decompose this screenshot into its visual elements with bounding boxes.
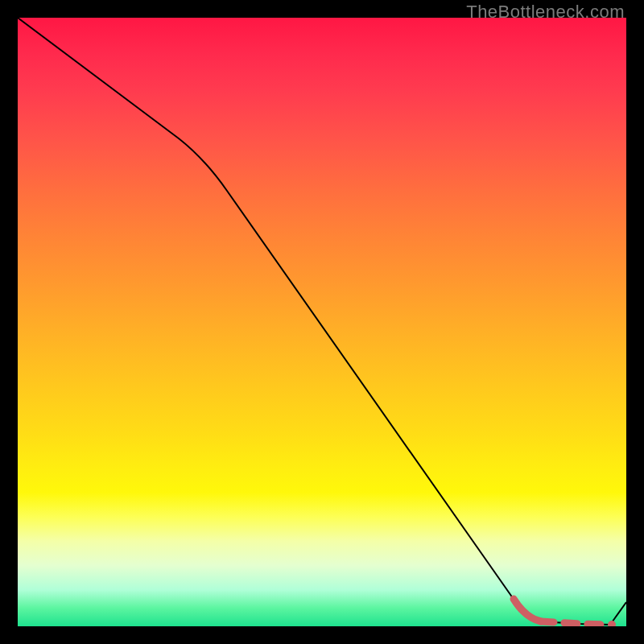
plot-area [18, 18, 626, 626]
watermark-text: TheBottleneck.com [466, 2, 625, 23]
highlight-lead [514, 599, 541, 621]
highlight-dashed [541, 621, 604, 625]
chart-stage: TheBottleneck.com [0, 0, 644, 644]
highlight-end-dot [608, 621, 616, 626]
bottleneck-curve [18, 18, 626, 625]
curve-svg [18, 18, 626, 626]
